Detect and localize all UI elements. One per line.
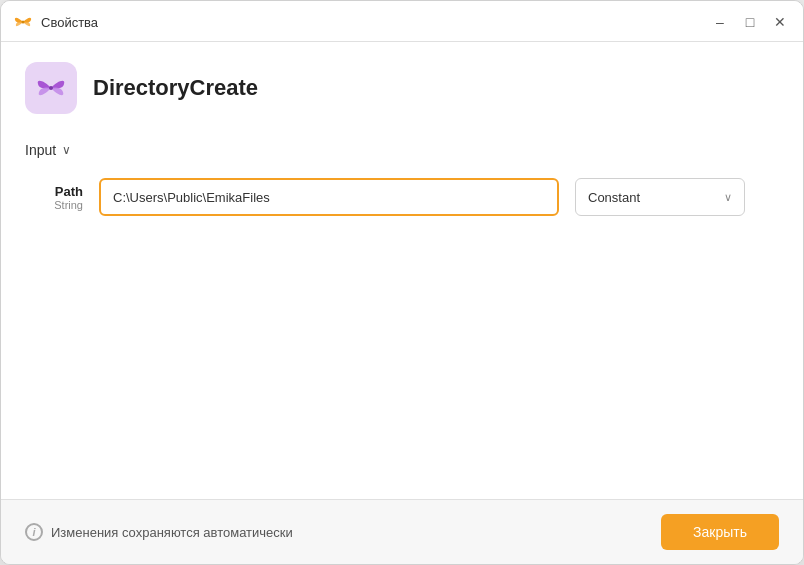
app-icon-container [25,62,77,114]
main-content: DirectoryCreate Input ∨ Path String Cons… [1,42,803,499]
field-label: Path String [25,184,83,211]
title-bar: Свойства – □ ✕ [1,1,803,41]
minimize-button[interactable]: – [709,11,731,33]
section-chevron-icon: ∨ [62,143,71,157]
field-label-sub: String [25,199,83,211]
constant-select-value: Constant [588,190,724,205]
svg-point-0 [22,21,25,24]
svg-point-1 [49,86,53,90]
title-bar-controls: – □ ✕ [709,11,791,33]
field-label-main: Path [25,184,83,199]
title-bar-left: Свойства [13,12,98,32]
close-button[interactable]: Закрыть [661,514,779,550]
app-icon-butterfly-icon [34,71,68,105]
main-window: Свойства – □ ✕ DirectoryCreate [0,0,804,565]
select-chevron-icon: ∨ [724,191,732,204]
app-title: DirectoryCreate [93,75,258,101]
path-input[interactable] [99,178,559,216]
info-icon: i [25,523,43,541]
title-logo-icon [13,12,33,32]
path-form-row: Path String Constant ∨ [25,178,779,216]
constant-select[interactable]: Constant ∨ [575,178,745,216]
maximize-button[interactable]: □ [739,11,761,33]
window-title: Свойства [41,15,98,30]
section-toggle-label: Input [25,142,56,158]
close-window-button[interactable]: ✕ [769,11,791,33]
footer-info-text: Изменения сохраняются автоматически [51,525,293,540]
input-section-toggle[interactable]: Input ∨ [25,142,779,158]
app-header: DirectoryCreate [25,62,779,114]
footer-info: i Изменения сохраняются автоматически [25,523,293,541]
footer: i Изменения сохраняются автоматически За… [1,499,803,564]
